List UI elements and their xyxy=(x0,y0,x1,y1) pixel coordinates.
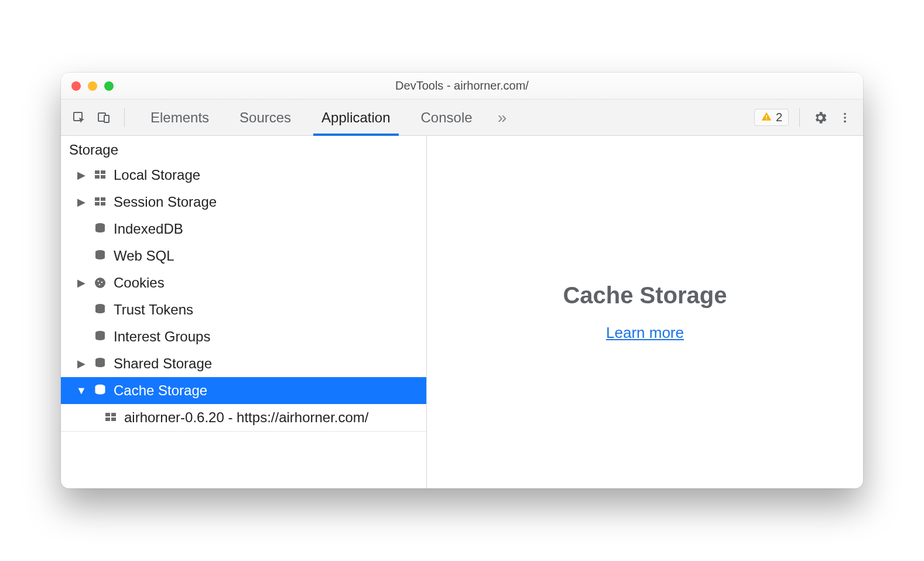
svg-rect-3 xyxy=(766,115,767,118)
devtools-window: DevTools - airhorner.com/ Elements Sourc… xyxy=(61,73,863,488)
svg-point-5 xyxy=(844,112,846,115)
sidebar-item-interest-groups[interactable]: ▶ Interest Groups xyxy=(61,323,426,350)
tree-label: Cookies xyxy=(114,275,165,291)
tree-label: airhorner-0.6.20 - https://airhorner.com… xyxy=(124,409,369,426)
tree-label: Interest Groups xyxy=(114,329,210,345)
main-heading: Cache Storage xyxy=(563,282,727,309)
window-controls xyxy=(71,81,114,91)
tree-label: Shared Storage xyxy=(114,355,212,372)
panel-tabs: Elements Sources Application Console xyxy=(135,100,488,135)
svg-rect-12 xyxy=(95,197,100,201)
tab-application[interactable]: Application xyxy=(306,100,405,135)
database-icon xyxy=(93,356,108,371)
svg-rect-9 xyxy=(101,170,105,174)
svg-point-20 xyxy=(101,282,103,283)
expand-icon: ▶ xyxy=(76,169,87,182)
database-icon xyxy=(93,221,108,237)
svg-rect-15 xyxy=(101,202,105,206)
table-icon xyxy=(93,194,108,210)
more-menu-icon[interactable] xyxy=(835,108,855,128)
svg-rect-13 xyxy=(101,197,105,201)
database-icon xyxy=(93,329,108,344)
sidebar-item-cookies[interactable]: ▶ Cookies xyxy=(61,269,426,296)
minimize-window-button[interactable] xyxy=(88,81,97,91)
sidebar-item-cache-entry[interactable]: airhorner-0.6.20 - https://airhorner.com… xyxy=(61,404,426,431)
sidebar-item-web-sql[interactable]: ▶ Web SQL xyxy=(61,242,426,269)
inspect-icon[interactable] xyxy=(69,108,89,128)
close-window-button[interactable] xyxy=(71,81,81,91)
expand-icon: ▶ xyxy=(76,276,87,289)
svg-point-6 xyxy=(844,117,846,119)
database-icon xyxy=(93,383,108,398)
issues-badge[interactable]: 2 xyxy=(754,109,789,126)
svg-rect-11 xyxy=(101,175,105,179)
more-tabs-chevron-icon[interactable]: » xyxy=(492,108,512,128)
expand-icon: ▶ xyxy=(76,196,87,208)
sidebar-section-storage: Storage xyxy=(61,136,426,162)
sidebar-item-trust-tokens[interactable]: ▶ Trust Tokens xyxy=(61,296,426,323)
svg-point-7 xyxy=(844,120,846,122)
svg-rect-14 xyxy=(95,202,100,206)
svg-rect-8 xyxy=(95,170,100,174)
tree-label: Trust Tokens xyxy=(114,302,193,318)
database-icon xyxy=(93,248,108,264)
sidebar-item-indexeddb[interactable]: ▶ IndexedDB xyxy=(61,215,426,242)
svg-point-21 xyxy=(99,284,101,286)
svg-rect-2 xyxy=(104,115,109,122)
svg-rect-29 xyxy=(111,418,116,421)
svg-rect-28 xyxy=(105,418,110,421)
table-icon xyxy=(93,167,108,183)
svg-rect-4 xyxy=(766,118,767,119)
sidebar-item-cache-storage[interactable]: ▼ Cache Storage xyxy=(61,377,426,404)
toolbar-divider-2 xyxy=(799,108,800,127)
tree-label: IndexedDB xyxy=(114,221,183,237)
svg-rect-10 xyxy=(95,175,100,179)
svg-point-19 xyxy=(98,280,100,282)
maximize-window-button[interactable] xyxy=(104,81,114,91)
warning-icon xyxy=(761,111,772,124)
learn-more-link[interactable]: Learn more xyxy=(606,324,684,342)
svg-point-18 xyxy=(95,278,105,288)
svg-rect-26 xyxy=(105,413,110,416)
device-toggle-icon[interactable] xyxy=(94,108,114,128)
tab-console[interactable]: Console xyxy=(406,100,488,135)
expand-icon: ▶ xyxy=(76,357,87,370)
content: Storage ▶ Local Storage ▶ Session Storag… xyxy=(61,136,863,488)
sidebar-item-shared-storage[interactable]: ▶ Shared Storage xyxy=(61,350,426,377)
sidebar-item-local-storage[interactable]: ▶ Local Storage xyxy=(61,162,426,189)
database-icon xyxy=(93,302,108,317)
issues-count: 2 xyxy=(776,111,782,124)
table-icon xyxy=(103,410,118,425)
settings-gear-icon[interactable] xyxy=(810,108,830,128)
tree-label: Cache Storage xyxy=(114,382,207,399)
tab-sources[interactable]: Sources xyxy=(224,100,306,135)
tree-label: Session Storage xyxy=(114,194,217,210)
svg-rect-27 xyxy=(111,413,116,416)
collapse-icon: ▼ xyxy=(76,385,87,397)
titlebar: DevTools - airhorner.com/ xyxy=(61,73,863,100)
sidebar: Storage ▶ Local Storage ▶ Session Storag… xyxy=(61,136,427,488)
toolbar: Elements Sources Application Console » 2 xyxy=(61,100,863,136)
window-title: DevTools - airhorner.com/ xyxy=(61,79,863,93)
tab-elements[interactable]: Elements xyxy=(135,100,224,135)
tree-label: Local Storage xyxy=(114,167,200,183)
tree-label: Web SQL xyxy=(114,248,174,264)
cookie-icon xyxy=(93,275,108,290)
sidebar-item-session-storage[interactable]: ▶ Session Storage xyxy=(61,189,426,215)
sidebar-divider xyxy=(61,431,426,432)
toolbar-divider xyxy=(124,108,125,127)
main-panel: Cache Storage Learn more xyxy=(427,136,863,488)
